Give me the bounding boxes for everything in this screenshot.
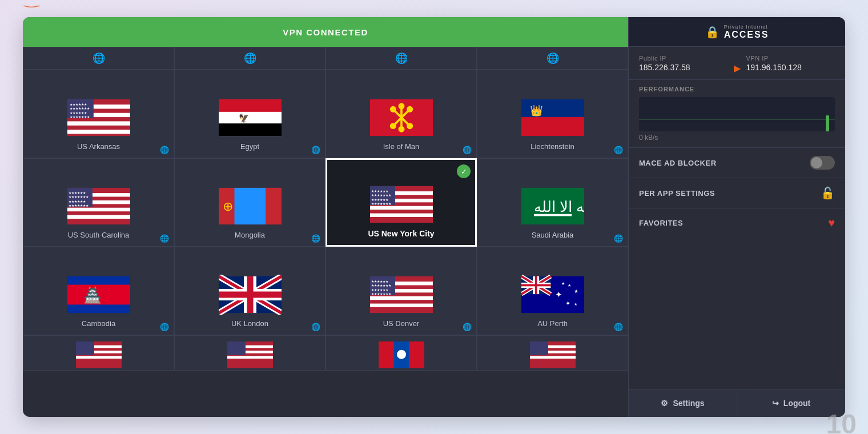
svg-text:★: ★: [573, 302, 577, 307]
svg-text:★★★★★★: ★★★★★★: [69, 111, 86, 115]
svg-rect-71: [370, 296, 433, 300]
flag-saudi-arabia: لا اله الا الله: [521, 186, 584, 226]
svg-rect-67: [219, 292, 282, 298]
svg-text:★: ★: [573, 288, 578, 294]
cell-us-denver[interactable]: ★★★★★★ ★★★★★★★ ★★★★★★ ★★★★★★★ US Denver …: [326, 247, 477, 335]
public-ip-label: Public IP: [639, 55, 728, 62]
svg-rect-97: [76, 356, 122, 359]
svg-text:★★★★★★★: ★★★★★★★: [371, 202, 391, 206]
ip-section: Public IP 185.226.37.58 ▶ VPN IP 191.96.…: [629, 47, 845, 79]
cell-au-perth[interactable]: ✦ ✦ ★ ★ ★ ★ AU Perth 🌐: [477, 247, 628, 335]
amazon-smile-icon: [23, 5, 40, 9]
per-app-lock-icon: 🔓: [821, 186, 835, 200]
cell-saudi-arabia[interactable]: لا اله الا الله Saudi Arabia 🌐: [477, 158, 628, 247]
svg-rect-55: [534, 214, 572, 216]
svg-text:✦: ✦: [554, 290, 562, 299]
flag-partial-b2: [227, 341, 273, 365]
cell-partial-b3[interactable]: [326, 335, 477, 371]
svg-text:لا اله الا الله: لا اله الا الله: [534, 199, 584, 215]
cell-name-au-perth: AU Perth: [537, 319, 568, 328]
svg-text:🏯: 🏯: [83, 287, 102, 304]
svg-rect-40: [234, 188, 266, 224]
cell-liechtenstein[interactable]: 👑 Liechtenstein 🌐: [477, 70, 628, 158]
partial-cell-4: 🌐: [477, 47, 628, 70]
mace-toggle[interactable]: [810, 156, 835, 170]
cell-name-us-new-york-city: US New York City: [368, 229, 434, 238]
settings-label: Settings: [673, 399, 704, 408]
ip-arrow-icon: ▶: [734, 63, 741, 74]
svg-text:★★★★★★★: ★★★★★★★: [371, 292, 391, 296]
flag-egypt: 🦅: [219, 98, 282, 138]
vpn-connected-bar: VPN CONNECTED: [23, 17, 628, 47]
per-app-label: PER APP SETTINGS: [639, 189, 715, 198]
globe-icon-partial-4: 🌐: [546, 52, 559, 65]
cell-us-arkansas[interactable]: ★★★★★★ ★★★★★★★ ★★★★★★ ★★★★★★★ US Arkansa…: [23, 70, 174, 158]
svg-rect-41: [266, 188, 282, 224]
svg-text:⊕: ⊕: [223, 199, 233, 214]
cell-us-new-york-city[interactable]: ✓ ★★★★★★ ★★★★★★★ ★★★★★★: [326, 158, 477, 247]
svg-point-22: [407, 106, 413, 112]
settings-button[interactable]: ⚙ Settings: [629, 389, 737, 417]
globe-icon-partial-2: 🌐: [244, 52, 256, 65]
svg-rect-103: [227, 341, 246, 355]
svg-rect-12: [219, 99, 282, 112]
svg-text:★★★★★★★: ★★★★★★★: [371, 283, 391, 287]
svg-point-106: [397, 350, 406, 359]
partial-cell-2: 🌐: [174, 47, 326, 70]
logo-tv: tv: [42, 0, 55, 3]
svg-text:★★★★★★: ★★★★★★: [371, 288, 388, 292]
pia-lock-icon: 🔒: [705, 25, 720, 39]
favorites-label: FAVORITES: [639, 219, 683, 227]
logo-stick: stick: [55, 0, 83, 3]
svg-text:★★★★★★★: ★★★★★★★: [69, 107, 89, 110]
globe-icon-partial-3: 🌐: [395, 52, 408, 65]
cell-cambodia[interactable]: 🏯 Cambodia 🌐: [23, 247, 174, 335]
globe-icon-partial-1: 🌐: [93, 52, 105, 65]
cell-mongolia[interactable]: ⊕ Mongolia 🌐: [174, 158, 326, 247]
pia-header: 🔒 Private Internet ACCESS: [629, 17, 845, 47]
cell-name-us-arkansas: US Arkansas: [77, 142, 120, 151]
flag-us-south-carolina: ★★★★★★ ★★★★★★★ ★★★★★★ ★★★★★★★: [67, 186, 130, 226]
top-partial-row: 🌐 🌐 🌐 🌐: [23, 47, 628, 70]
cell-name-uk-london: UK London: [231, 319, 268, 328]
settings-gear-icon: ⚙: [661, 399, 668, 408]
svg-text:★: ★: [561, 281, 564, 286]
cell-uk-london[interactable]: UK London 🌐: [174, 247, 326, 335]
firetv-logo: firetvstick: [23, 0, 83, 9]
performance-section: PERFORMANCE 0 kB/s: [629, 80, 845, 147]
svg-text:★★★★★★★: ★★★★★★★: [371, 193, 391, 197]
per-app-row[interactable]: PER APP SETTINGS 🔓: [629, 178, 845, 208]
vpn-ip-value: 191.96.150.128: [746, 63, 835, 72]
cell-us-south-carolina[interactable]: ★★★★★★ ★★★★★★★ ★★★★★★ ★★★★★★★ US South C…: [23, 158, 174, 247]
performance-speed: 0 kB/s: [639, 134, 835, 142]
svg-rect-110: [530, 356, 576, 359]
cell-egypt[interactable]: 🦅 Egypt 🌐: [174, 70, 326, 158]
svg-text:★★★★★★★: ★★★★★★★: [69, 115, 89, 119]
pia-access-label: ACCESS: [724, 30, 769, 40]
svg-rect-32: [67, 208, 130, 211]
svg-rect-102: [227, 356, 273, 359]
svg-text:✦: ✦: [565, 300, 570, 307]
check-badge: ✓: [457, 164, 471, 178]
globe-icon-us-denver: 🌐: [463, 323, 472, 331]
svg-text:👑: 👑: [529, 105, 542, 117]
cell-partial-b1[interactable]: [23, 335, 174, 371]
flag-partial-b1: [76, 341, 122, 365]
cell-partial-b2[interactable]: [174, 335, 326, 371]
vpn-grid-section: VPN CONNECTED 🌐 🌐 🌐 🌐: [23, 17, 628, 417]
favorites-row[interactable]: FAVORITES ♥: [629, 208, 845, 238]
cell-isle-of-man[interactable]: Isle of Man 🌐: [326, 70, 477, 158]
favorites-heart-icon: ♥: [828, 216, 835, 230]
svg-text:★★★★★★★: ★★★★★★★: [68, 203, 88, 207]
svg-point-25: [398, 126, 404, 132]
mace-row: MACE AD BLOCKER: [629, 147, 845, 178]
cell-name-isle-of-man: Isle of Man: [383, 142, 420, 151]
flag-us-denver: ★★★★★★ ★★★★★★★ ★★★★★★ ★★★★★★★: [370, 275, 433, 315]
logout-label: Logout: [783, 399, 810, 408]
vpn-ip-block: VPN IP 191.96.150.128: [746, 55, 835, 72]
partial-cell-3: 🌐: [326, 47, 477, 70]
public-ip-block: Public IP 185.226.37.58: [639, 55, 728, 72]
svg-text:★★★★★★: ★★★★★★: [68, 191, 85, 195]
svg-rect-47: [370, 214, 433, 217]
cell-partial-b4[interactable]: [477, 335, 628, 371]
